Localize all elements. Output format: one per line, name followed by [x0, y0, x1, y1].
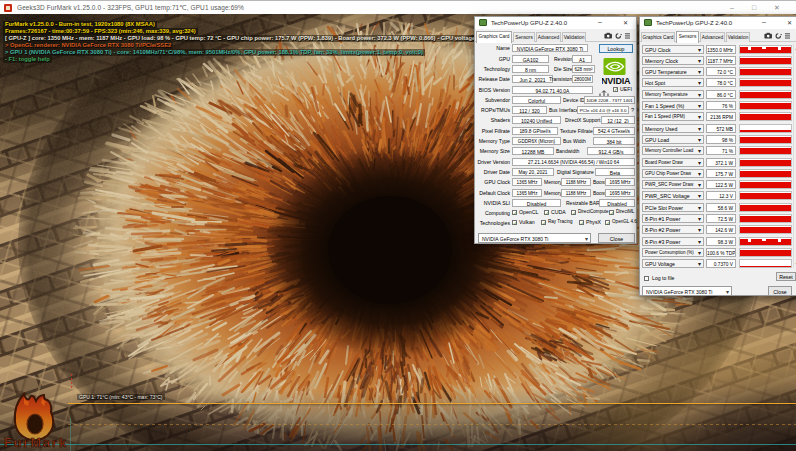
svg-text:FurMark: FurMark: [4, 436, 66, 450]
svg-text:NVIDIA: NVIDIA: [602, 75, 631, 85]
